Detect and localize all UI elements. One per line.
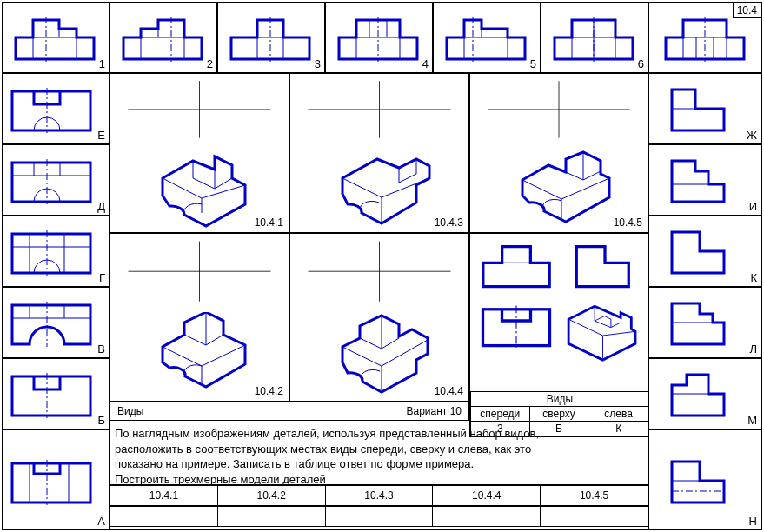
- right-label-i: И: [749, 200, 757, 213]
- top-cell-4: 4: [325, 2, 433, 73]
- top-label-3: 3: [315, 57, 321, 70]
- right-cell-i: И: [648, 144, 761, 216]
- bottom-blank: [326, 506, 434, 527]
- top-label-1: 1: [99, 57, 105, 70]
- top-label-2: 2: [207, 57, 213, 70]
- top-cell-1: 1: [2, 2, 110, 73]
- top-cell-6: 6: [541, 2, 648, 73]
- bottom-cell: 10.4.2: [218, 485, 326, 506]
- right-label-k: К: [750, 271, 757, 284]
- right-cell-k: К: [648, 216, 761, 287]
- left-cell-e: Е: [2, 73, 110, 144]
- cross-icon: [290, 234, 468, 309]
- answer-col-left: слева: [588, 407, 649, 422]
- right-view-m-icon: [665, 368, 734, 420]
- left-cell-g: Г: [2, 216, 110, 287]
- bottom-cell: 10.4.1: [110, 485, 218, 506]
- svg-rect-36: [12, 91, 90, 130]
- right-label-m: М: [747, 414, 757, 427]
- title-left: Виды: [117, 405, 143, 417]
- left-view-d-icon: [8, 154, 95, 206]
- left-cell-a: А: [2, 429, 110, 530]
- answer-header: Виды: [471, 392, 649, 407]
- left-label-d: Д: [97, 200, 105, 213]
- left-view-e-icon: [8, 83, 95, 135]
- title-bar: Виды Вариант 10: [110, 402, 469, 421]
- right-view-l-icon: [665, 296, 734, 349]
- iso-cell-2: 10.4.2: [110, 233, 289, 402]
- bottom-answer-row: 10.4.1 10.4.2 10.4.3 10.4.4 10.4.5: [110, 485, 648, 506]
- right-cell-m: М: [648, 358, 761, 429]
- top-cell-5: 5: [433, 2, 541, 73]
- left-label-v: В: [97, 342, 105, 356]
- iso-label-1: 10.4.1: [255, 216, 283, 229]
- iso-cell-4: 10.4.4: [289, 233, 469, 402]
- right-view-zh-icon: [665, 83, 734, 135]
- left-label-e: Е: [97, 129, 105, 142]
- top-cell-filler: [648, 2, 761, 73]
- cross-icon: [470, 74, 648, 145]
- iso-label-4: 10.4.4: [435, 385, 463, 397]
- svg-rect-54: [12, 463, 90, 502]
- iso-3-icon: [334, 143, 438, 230]
- cross-icon: [110, 74, 289, 145]
- top-view-4-icon: [335, 11, 422, 63]
- top-label-4: 4: [422, 57, 429, 70]
- example-front-icon: [477, 239, 555, 291]
- iso-cell-3: 10.4.3: [289, 73, 469, 233]
- bottom-blank: [218, 506, 326, 527]
- top-view-extra-icon: [661, 11, 748, 63]
- bottom-cell: 10.4.4: [433, 485, 541, 506]
- iso-label-5: 10.4.5: [614, 216, 642, 229]
- top-view-2-icon: [119, 11, 206, 63]
- bottom-blank: [110, 506, 218, 527]
- left-label-b: Б: [97, 414, 105, 427]
- top-cell-3: 3: [217, 2, 325, 73]
- svg-rect-52: [12, 376, 90, 416]
- svg-rect-43: [12, 234, 90, 273]
- svg-rect-38: [12, 163, 90, 202]
- example-iso-icon: [561, 296, 644, 362]
- top-cell-2: 2: [110, 2, 217, 73]
- top-label-5: 5: [530, 57, 536, 70]
- answer-col-front: спереди: [471, 407, 530, 422]
- bottom-cell: 10.4.5: [541, 485, 648, 506]
- title-right: Вариант 10: [406, 405, 462, 417]
- left-label-a: А: [97, 515, 105, 528]
- iso-2-icon: [154, 312, 258, 399]
- iso-cell-5: 10.4.5: [469, 73, 648, 233]
- example-top-icon: [477, 302, 555, 349]
- right-label-l: Л: [749, 342, 757, 356]
- top-view-1-icon: [11, 11, 98, 63]
- right-cell-zh: Ж: [648, 73, 761, 144]
- cross-icon: [110, 234, 289, 309]
- bottom-blank: [433, 506, 541, 527]
- right-cell-l: Л: [648, 287, 761, 358]
- right-view-i-icon: [665, 154, 734, 206]
- right-label-zh: Ж: [747, 129, 757, 142]
- right-cell-n: Н: [648, 429, 761, 530]
- cross-icon: [290, 74, 468, 145]
- iso-label-3: 10.4.3: [435, 216, 463, 229]
- answer-col-top: сверху: [529, 407, 588, 422]
- instruction-box: [110, 421, 648, 485]
- left-view-v-icon: [8, 296, 95, 349]
- top-view-6-icon: [550, 11, 637, 63]
- top-label-6: 6: [638, 57, 644, 70]
- iso-5-icon: [514, 143, 618, 230]
- iso-1-icon: [154, 143, 258, 230]
- left-label-g: Г: [99, 271, 105, 284]
- iso-cell-1: 10.4.1: [110, 73, 289, 233]
- bottom-cell: 10.4.3: [326, 485, 434, 506]
- bottom-blank-row: [110, 506, 648, 527]
- top-view-3-icon: [227, 11, 314, 63]
- left-view-b-icon: [8, 368, 95, 420]
- left-cell-v: В: [2, 287, 110, 358]
- example-left-icon: [570, 239, 640, 291]
- right-view-n-icon: [665, 455, 734, 507]
- bottom-blank: [541, 506, 648, 527]
- left-view-g-icon: [8, 225, 95, 277]
- left-view-a-icon: [8, 455, 95, 507]
- left-cell-d: Д: [2, 144, 110, 216]
- iso-4-icon: [334, 312, 438, 399]
